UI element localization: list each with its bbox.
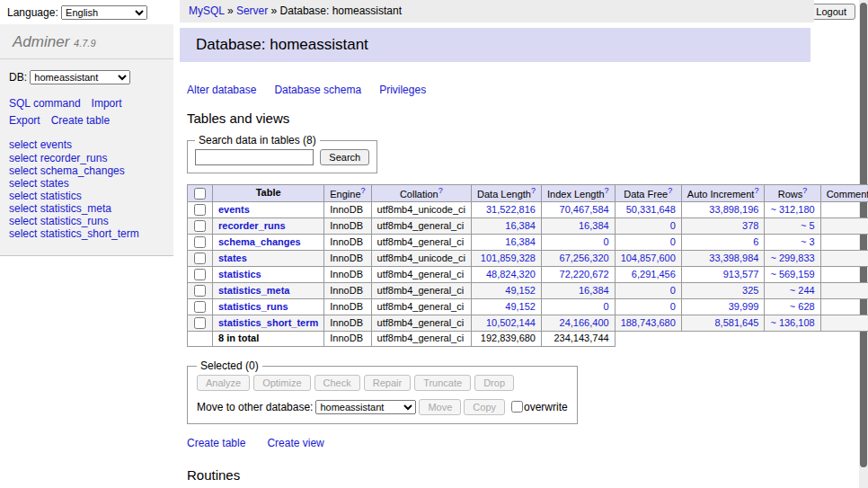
sidebar-action-link[interactable]: Export (9, 112, 40, 129)
rows-count-link[interactable]: ~ 628 (790, 301, 815, 312)
row-checkbox[interactable] (194, 285, 206, 297)
row-checkbox[interactable] (194, 253, 206, 264)
sidebar-table-link[interactable]: select statistics_meta (9, 202, 164, 215)
data-length-link[interactable]: 31,522,816 (486, 204, 536, 215)
row-checkbox[interactable] (194, 317, 206, 329)
column-header-comment[interactable]: Comment? (820, 185, 868, 202)
data-free-link[interactable]: 0 (670, 301, 676, 312)
breadcrumb-link[interactable]: MySQL (189, 4, 225, 17)
data-free-link[interactable]: 6,291,456 (632, 269, 676, 279)
index-length-link[interactable]: 16,384 (579, 285, 609, 296)
row-checkbox[interactable] (194, 301, 206, 313)
rows-count-link[interactable]: ~ 5 (801, 220, 815, 231)
overwrite-checkbox[interactable] (511, 401, 523, 413)
index-length-link[interactable]: 24,166,400 (560, 317, 609, 328)
rows-count-link[interactable]: ~ 312,180 (770, 204, 814, 215)
sidebar-table-link[interactable]: select states (9, 177, 164, 190)
data-length-link[interactable]: 49,152 (505, 301, 536, 312)
subnav-link[interactable]: Privileges (379, 84, 426, 96)
data-free-link[interactable]: 0 (670, 285, 676, 296)
move-db-select[interactable]: homeassistant (315, 400, 416, 414)
table-name-link[interactable]: recorder_runs (218, 220, 286, 231)
help-icon[interactable]: ? (361, 186, 366, 195)
bulk-drop-button[interactable]: Drop (474, 375, 514, 391)
bulk-analyze-button[interactable]: Analyze (197, 375, 250, 391)
sidebar-table-link[interactable]: select schema_changes (9, 164, 164, 177)
column-header-index-length[interactable]: Index Length? (541, 185, 615, 202)
breadcrumb-link[interactable]: Server (236, 4, 268, 17)
create-link[interactable]: Create table (187, 437, 245, 449)
data-free-link[interactable]: 104,857,600 (621, 253, 676, 263)
auto-increment-link[interactable]: 39,999 (729, 301, 759, 312)
index-length-link[interactable]: 0 (604, 301, 609, 312)
sidebar-table-link[interactable]: select statistics_short_term (9, 227, 164, 240)
language-select[interactable]: English (61, 5, 147, 20)
bulk-truncate-button[interactable]: Truncate (414, 375, 471, 391)
column-header-rows[interactable]: Rows? (765, 185, 820, 202)
data-length-link[interactable]: 48,824,320 (486, 269, 536, 279)
bulk-check-button[interactable]: Check (314, 375, 360, 391)
column-header-data-free[interactable]: Data Free? (615, 185, 681, 202)
table-name-link[interactable]: states (218, 253, 247, 263)
data-free-link[interactable]: 50,331,648 (626, 204, 676, 215)
index-length-link[interactable]: 72,220,672 (560, 269, 609, 279)
sidebar-table-link[interactable]: select statistics (9, 190, 164, 202)
bulk-optimize-button[interactable]: Optimize (253, 375, 310, 391)
subnav-link[interactable]: Database schema (274, 84, 361, 96)
table-name-link[interactable]: statistics_short_term (218, 317, 318, 328)
index-length-link[interactable]: 67,256,320 (560, 253, 609, 263)
create-link[interactable]: Create view (267, 437, 323, 449)
sidebar-action-link[interactable]: Import (92, 95, 122, 112)
subnav-link[interactable]: Alter database (187, 84, 256, 96)
sidebar-table-link[interactable]: select recorder_runs (9, 152, 164, 164)
sidebar-table-link[interactable]: select events (9, 138, 164, 151)
db-select[interactable]: homeassistant (30, 70, 130, 84)
select-all-checkbox[interactable] (194, 188, 206, 200)
index-length-link[interactable]: 16,384 (579, 220, 609, 231)
help-icon[interactable]: ? (605, 186, 609, 195)
rows-count-link[interactable]: ~ 136,108 (770, 317, 814, 328)
help-icon[interactable]: ? (668, 186, 672, 195)
row-checkbox[interactable] (194, 269, 206, 280)
help-icon[interactable]: ? (531, 186, 536, 195)
column-header-data-length[interactable]: Data Length? (472, 185, 542, 202)
copy-button[interactable]: Copy (464, 399, 505, 415)
data-free-link[interactable]: 0 (670, 236, 676, 247)
sidebar-action-link[interactable]: SQL command (9, 95, 81, 112)
index-length-link[interactable]: 70,467,584 (560, 204, 609, 215)
row-checkbox[interactable] (194, 236, 206, 248)
sidebar-action-link[interactable]: Create table (51, 112, 110, 129)
auto-increment-link[interactable]: 33,898,196 (709, 204, 758, 215)
logout-button[interactable]: Logout (807, 4, 855, 20)
table-name-link[interactable]: statistics_meta (218, 285, 290, 296)
table-name-link[interactable]: schema_changes (218, 236, 301, 247)
help-icon[interactable]: ? (802, 186, 807, 195)
data-length-link[interactable]: 49,152 (505, 285, 536, 296)
column-header-auto-increment[interactable]: Auto Increment? (681, 185, 765, 202)
index-length-link[interactable]: 0 (604, 236, 609, 247)
rows-count-link[interactable]: ~ 3 (801, 236, 815, 247)
sidebar-table-link[interactable]: select statistics_runs (9, 215, 164, 227)
data-length-link[interactable]: 16,384 (505, 220, 536, 231)
search-input[interactable] (195, 149, 314, 165)
rows-count-link[interactable]: ~ 569,159 (770, 269, 814, 279)
table-name-link[interactable]: statistics_runs (218, 301, 288, 312)
data-length-link[interactable]: 10,502,144 (486, 317, 536, 328)
auto-increment-link[interactable]: 6 (753, 236, 758, 247)
bulk-repair-button[interactable]: Repair (364, 375, 411, 391)
search-button[interactable]: Search (320, 149, 369, 165)
column-header-collation[interactable]: Collation? (371, 185, 471, 202)
rows-count-link[interactable]: ~ 244 (790, 285, 815, 296)
data-length-link[interactable]: 16,384 (505, 236, 536, 247)
table-name-link[interactable]: statistics (218, 269, 261, 279)
data-free-link[interactable]: 0 (670, 220, 676, 231)
auto-increment-link[interactable]: 33,398,984 (709, 253, 758, 263)
help-icon[interactable]: ? (438, 186, 443, 195)
auto-increment-link[interactable]: 8,581,645 (714, 317, 758, 328)
column-header-table[interactable]: Table (213, 185, 324, 202)
data-free-link[interactable]: 188,743,680 (621, 317, 676, 328)
column-header-engine[interactable]: Engine? (324, 185, 371, 202)
help-icon[interactable]: ? (754, 186, 758, 195)
row-checkbox[interactable] (194, 204, 206, 216)
move-button[interactable]: Move (419, 399, 461, 415)
